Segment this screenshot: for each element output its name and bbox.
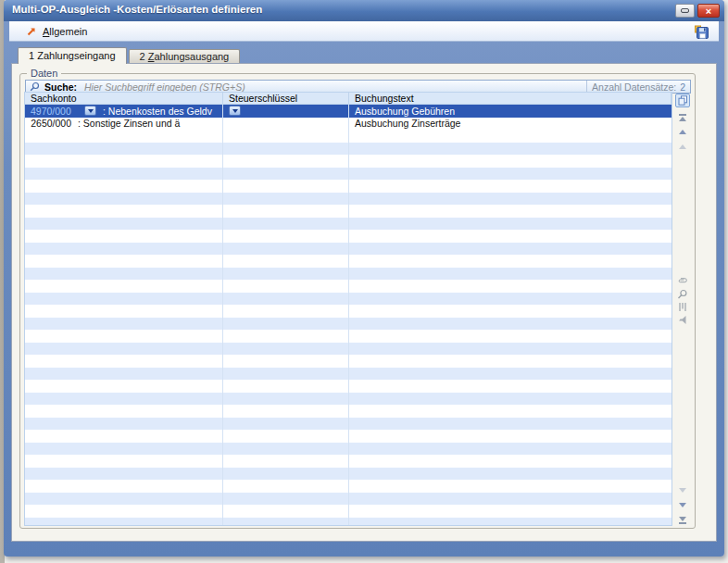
empty-cell — [349, 518, 672, 527]
table-row-empty[interactable] — [25, 130, 672, 143]
table-row-empty[interactable] — [25, 205, 672, 218]
empty-cell — [25, 255, 223, 268]
column-header-buchungstext[interactable]: Buchungstext — [349, 93, 672, 104]
table-row-empty[interactable] — [25, 468, 672, 481]
column-header-sachkonto[interactable]: Sachkonto — [25, 93, 223, 104]
empty-cell — [349, 343, 672, 356]
empty-cell — [349, 180, 672, 193]
copy-row-button[interactable] — [675, 94, 690, 107]
table-row-empty[interactable] — [25, 443, 672, 456]
steuerschluessel-cell — [223, 118, 349, 131]
empty-cell — [25, 218, 223, 231]
scroll-top-icon — [679, 114, 686, 116]
table-row-empty[interactable] — [25, 405, 672, 418]
table-row-empty[interactable] — [25, 168, 672, 181]
table-row-empty[interactable] — [25, 343, 672, 356]
table-row-empty[interactable] — [25, 268, 672, 281]
dock-button[interactable] — [675, 4, 695, 18]
table-row-empty[interactable] — [25, 193, 672, 206]
scroll-down-page-button[interactable] — [675, 484, 690, 496]
empty-cell — [349, 243, 672, 256]
sachkonto-dropdown-button[interactable] — [84, 106, 96, 116]
table-row-empty[interactable] — [25, 355, 672, 368]
menu-item-allgemein[interactable]: Allgemein — [20, 21, 93, 42]
empty-cell — [349, 330, 672, 343]
buchungstext-value: Ausbuchung Zinserträge — [355, 118, 460, 129]
table-row-selected[interactable]: 4970/000 : Nebenkosten des Geldv Ausbuch… — [25, 105, 672, 118]
table-row-empty[interactable] — [25, 505, 672, 518]
empty-cell — [223, 455, 349, 468]
column-header-steuerschluessel[interactable]: Steuerschlüssel — [223, 93, 349, 104]
tab-zahlungseingang[interactable]: 1 Zahlungseingang — [18, 47, 127, 64]
table-row-empty[interactable] — [25, 243, 672, 256]
empty-cell — [223, 355, 349, 368]
close-button[interactable]: × — [697, 4, 720, 18]
title-bar[interactable]: Multi-OP-Ausgleich -Kosten/Erlösarten de… — [4, 0, 724, 21]
table-row[interactable]: 2650/000 : Sonstige Zinsen und ä Ausbuch… — [25, 118, 672, 131]
dock-icon — [681, 8, 689, 13]
table-row-empty[interactable] — [25, 143, 672, 156]
filter-icon — [677, 315, 688, 326]
table-row-empty[interactable] — [25, 430, 672, 443]
empty-cell — [349, 380, 672, 393]
scroll-up-icon — [679, 130, 686, 134]
table-row-empty[interactable] — [25, 280, 672, 293]
table-row-empty[interactable] — [25, 518, 672, 527]
data-grid: Sachkonto Steuerschlüssel Buchungstext 4… — [24, 92, 672, 526]
steuerschluessel-cell — [223, 105, 349, 118]
filter-button[interactable] — [677, 313, 689, 328]
empty-cell — [349, 230, 672, 243]
scroll-up-button[interactable] — [675, 126, 690, 138]
empty-cell — [349, 130, 672, 143]
table-row-empty[interactable] — [25, 330, 672, 343]
table-row-empty[interactable] — [25, 393, 672, 406]
save-button[interactable] — [694, 23, 711, 41]
table-row-empty[interactable] — [25, 180, 672, 193]
table-row-empty[interactable] — [25, 493, 672, 506]
table-row-empty[interactable] — [25, 305, 672, 318]
empty-cell — [223, 230, 349, 243]
attachment-icon — [677, 276, 688, 287]
scroll-down-button[interactable] — [675, 499, 690, 511]
scroll-bottom-button[interactable] — [675, 514, 690, 526]
sachkonto-value[interactable]: 2650/000 — [31, 118, 71, 129]
empty-cell — [349, 455, 672, 468]
empty-cell — [25, 243, 223, 256]
table-row-empty[interactable] — [25, 155, 672, 168]
empty-cell — [349, 268, 672, 281]
empty-cell — [25, 455, 223, 468]
empty-cell — [25, 143, 223, 156]
scroll-top-button[interactable] — [675, 111, 690, 123]
scroll-up-disabled-icon — [679, 144, 686, 149]
sachkonto-value[interactable]: 4970/000 — [31, 106, 71, 117]
table-row-empty[interactable] — [25, 418, 672, 431]
table-row-empty[interactable] — [25, 318, 672, 331]
empty-cell — [349, 405, 672, 418]
chevron-down-icon — [232, 109, 238, 113]
table-row-empty[interactable] — [25, 480, 672, 493]
empty-cell — [25, 493, 223, 506]
empty-cell — [349, 168, 672, 181]
dialog-window: Multi-OP-Ausgleich -Kosten/Erlösarten de… — [4, 0, 724, 557]
empty-cell — [223, 205, 349, 218]
tab-zahlungsausgang[interactable]: 2 Zahlungsausgang — [129, 49, 241, 64]
tab-label: 1 Zahlungseingang — [29, 50, 116, 61]
sachkonto-bezeichnung: : Sonstige Zinsen und ä — [78, 118, 180, 129]
grid-header: Sachkonto Steuerschlüssel Buchungstext — [25, 93, 672, 105]
empty-cell — [25, 505, 223, 518]
steuerschluessel-dropdown-button[interactable] — [229, 106, 241, 116]
scroll-bottom-icon — [679, 522, 686, 524]
table-row-empty[interactable] — [25, 293, 672, 306]
empty-cell — [349, 293, 672, 306]
grid-rows: 4970/000 : Nebenkosten des Geldv Ausbuch… — [25, 105, 672, 526]
empty-cell — [349, 205, 672, 218]
table-row-empty[interactable] — [25, 230, 672, 243]
scroll-down-disabled-icon — [679, 488, 686, 493]
scroll-top-icon — [679, 117, 686, 121]
table-row-empty[interactable] — [25, 455, 672, 468]
table-row-empty[interactable] — [25, 380, 672, 393]
table-row-empty[interactable] — [25, 368, 672, 381]
scroll-up-page-button[interactable] — [675, 141, 690, 153]
table-row-empty[interactable] — [25, 218, 672, 231]
table-row-empty[interactable] — [25, 255, 672, 268]
